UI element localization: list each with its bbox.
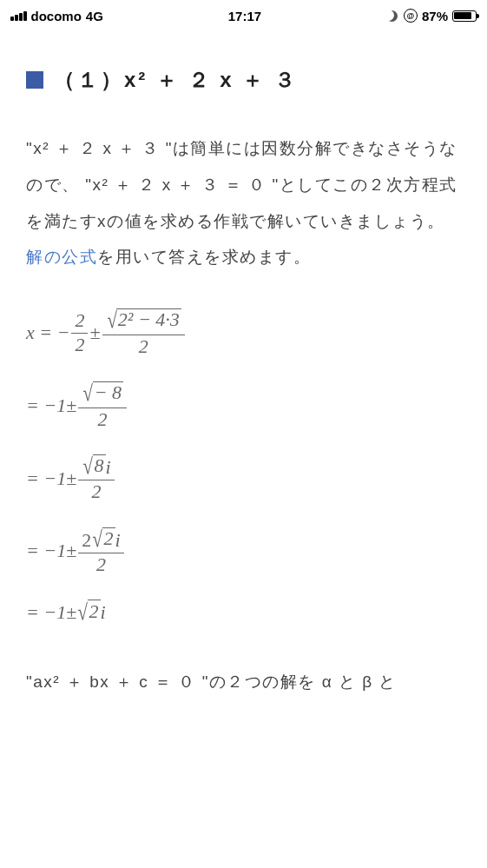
clock: 17:17 [228, 9, 261, 23]
heading: （１）x² ＋ ２ x ＋ ３ [26, 66, 461, 94]
footer-text: "ax² ＋ bx ＋ c ＝ ０ "の２つの解を α と β と [26, 664, 461, 700]
equation-2: = −1± √− 82 [26, 381, 461, 430]
formula-link[interactable]: 解の公式 [26, 248, 97, 266]
body-text: "x² ＋ ２ x ＋ ３ "は簡単には因数分解できなさそうなので、 "x² ＋… [26, 130, 461, 275]
status-left: docomo 4G [10, 9, 103, 23]
equation-4: = −1± 2√2i2 [26, 527, 461, 576]
signal-icon [10, 11, 27, 21]
moon-icon [386, 10, 399, 23]
battery-fill [454, 12, 471, 19]
status-right: @ 87% [386, 9, 477, 23]
content: （１）x² ＋ ２ x ＋ ３ "x² ＋ ２ x ＋ ３ "は簡単には因数分解… [0, 31, 487, 700]
equation-5: = −1± √2i [26, 600, 461, 626]
body-p2: を用いて答えを求めます。 [97, 248, 311, 266]
equation-3: = −1± √8i2 [26, 454, 461, 503]
orientation-lock-icon: @ [404, 9, 418, 23]
carrier: docomo [31, 9, 82, 23]
status-bar: docomo 4G 17:17 @ 87% [0, 0, 487, 31]
body-p1: "x² ＋ ２ x ＋ ３ "は簡単には因数分解できなさそうなので、 "x² ＋… [26, 139, 457, 230]
battery-pct: 87% [422, 9, 448, 23]
bullet-square-icon [26, 71, 43, 89]
heading-text: （１）x² ＋ ２ x ＋ ３ [54, 66, 298, 94]
network: 4G [86, 9, 103, 23]
equation-1: x = − 22 ± √2² − 4·32 [26, 308, 461, 357]
battery-icon [452, 10, 477, 22]
